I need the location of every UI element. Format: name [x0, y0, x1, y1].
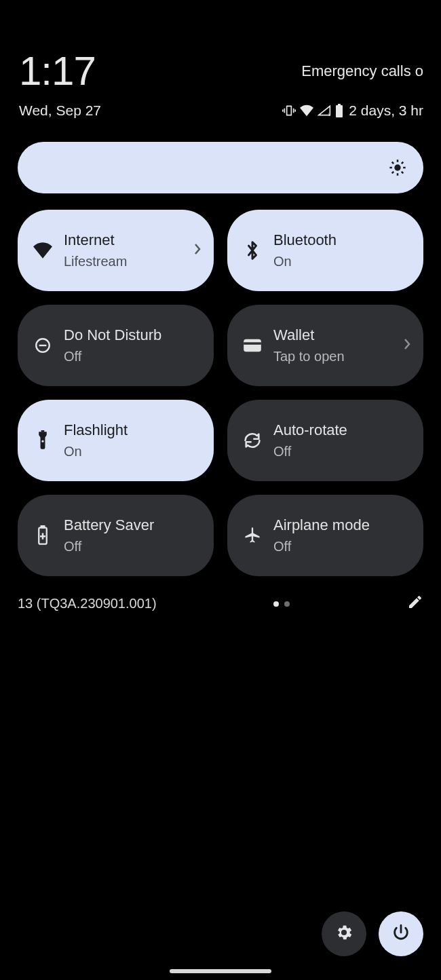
- svg-rect-1: [293, 109, 294, 113]
- tile-subtitle: Off: [273, 538, 411, 555]
- battery-icon: [335, 104, 343, 117]
- tile-battery-saver[interactable]: Battery Saver Off: [18, 495, 214, 576]
- page-dot: [273, 601, 279, 607]
- svg-rect-6: [336, 105, 343, 117]
- svg-point-12: [41, 440, 43, 442]
- svg-rect-3: [295, 109, 296, 111]
- tile-subtitle: Tap to open: [273, 347, 392, 365]
- do-not-disturb-icon: [33, 335, 53, 356]
- tile-bluetooth[interactable]: Bluetooth On: [227, 210, 423, 291]
- svg-point-7: [394, 164, 400, 170]
- svg-rect-9: [244, 339, 261, 352]
- emergency-calls-label[interactable]: Emergency calls o: [301, 62, 423, 80]
- flashlight-icon: [33, 430, 53, 451]
- power-icon: [391, 923, 410, 945]
- tile-title: Auto-rotate: [273, 421, 411, 440]
- tile-title: Do Not Disturb: [64, 326, 202, 345]
- tile-airplane-mode[interactable]: Airplane mode Off: [227, 495, 423, 576]
- tile-flashlight[interactable]: Flashlight On: [18, 400, 214, 481]
- page-dot: [284, 601, 290, 607]
- svg-rect-10: [244, 342, 261, 345]
- tile-internet[interactable]: Internet Lifestream: [18, 210, 214, 291]
- svg-point-4: [329, 115, 330, 116]
- tile-title: Flashlight: [64, 421, 202, 440]
- clock-time[interactable]: 1:17: [19, 48, 96, 94]
- tile-title: Wallet: [273, 326, 392, 345]
- battery-estimate: 2 days, 3 hr: [349, 102, 423, 119]
- tile-title: Battery Saver: [64, 516, 202, 535]
- tile-title: Bluetooth: [273, 231, 411, 250]
- tile-title: Internet: [64, 231, 183, 250]
- power-button[interactable]: [379, 911, 423, 956]
- signal-icon: [318, 105, 331, 117]
- chevron-right-icon[interactable]: [193, 242, 202, 259]
- airplane-icon: [242, 525, 263, 546]
- tile-auto-rotate[interactable]: Auto-rotate Off: [227, 400, 423, 481]
- wifi-icon: [300, 105, 313, 117]
- tile-subtitle: Lifestream: [64, 252, 183, 270]
- tile-title: Airplane mode: [273, 516, 411, 535]
- svg-rect-2: [282, 109, 284, 111]
- tile-subtitle: Off: [64, 538, 202, 555]
- tile-subtitle: On: [64, 442, 202, 460]
- chevron-right-icon[interactable]: [403, 337, 411, 354]
- edit-tiles-button[interactable]: [407, 594, 423, 614]
- tile-subtitle: Off: [64, 347, 202, 365]
- wallet-icon: [242, 335, 263, 356]
- page-indicator[interactable]: [273, 601, 290, 607]
- svg-rect-0: [284, 109, 286, 113]
- tile-subtitle: On: [273, 252, 411, 270]
- gear-icon: [334, 923, 353, 945]
- brightness-icon: [388, 158, 407, 177]
- brightness-slider[interactable]: [18, 142, 423, 193]
- svg-rect-14: [41, 525, 45, 527]
- status-bar: 2 days, 3 hr: [282, 102, 423, 119]
- tile-subtitle: Off: [273, 442, 411, 460]
- settings-button[interactable]: [322, 911, 366, 956]
- date-label[interactable]: Wed, Sep 27: [19, 102, 101, 119]
- bluetooth-icon: [242, 240, 263, 261]
- wifi-icon: [33, 240, 53, 261]
- tile-wallet[interactable]: Wallet Tap to open: [227, 305, 423, 386]
- battery-saver-icon: [33, 525, 53, 546]
- build-label: 13 (TQ3A.230901.001): [18, 596, 157, 611]
- svg-rect-5: [338, 104, 341, 105]
- svg-rect-11: [41, 430, 45, 432]
- vibrate-icon: [282, 104, 296, 117]
- tile-do-not-disturb[interactable]: Do Not Disturb Off: [18, 305, 214, 386]
- auto-rotate-icon: [242, 430, 263, 451]
- navigation-handle[interactable]: [170, 969, 271, 973]
